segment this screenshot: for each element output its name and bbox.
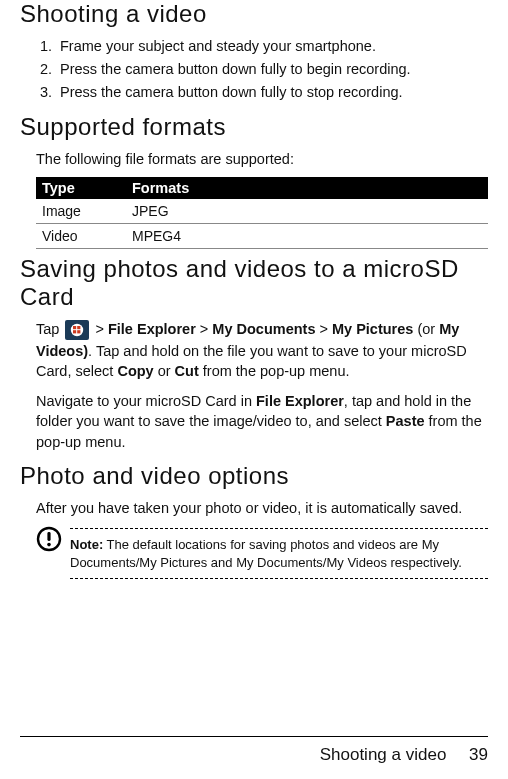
- note-label: Note:: [70, 537, 103, 552]
- formats-intro: The following file formats are supported…: [36, 149, 488, 169]
- table-header-row: Type Formats: [36, 177, 488, 199]
- text-fragment: (or: [413, 321, 439, 337]
- step-item: Press the camera button down fully to st…: [56, 82, 488, 103]
- heading-supported-formats: Supported formats: [20, 113, 488, 141]
- svg-rect-6: [47, 532, 50, 541]
- table-header-cell: Type: [36, 177, 126, 199]
- page-footer: Shooting a video 39: [20, 736, 488, 765]
- windows-start-icon: [65, 320, 89, 340]
- svg-point-7: [47, 543, 51, 547]
- action-paste: Paste: [386, 413, 425, 429]
- svg-rect-2: [78, 326, 81, 329]
- step-item: Frame your subject and steady your smart…: [56, 36, 488, 57]
- table-header-cell: Formats: [126, 177, 488, 199]
- svg-rect-1: [73, 326, 76, 329]
- table-row: Image JPEG: [36, 199, 488, 224]
- step-item: Press the camera button down fully to be…: [56, 59, 488, 80]
- text-fragment: Navigate to your microSD Card in: [36, 393, 256, 409]
- table-row: Video MPEG4: [36, 224, 488, 249]
- heading-shooting-video: Shooting a video: [20, 0, 488, 28]
- note-text: The default locations for saving photos …: [70, 537, 462, 570]
- heading-photo-video-options: Photo and video options: [20, 462, 488, 490]
- text-fragment: >: [91, 321, 108, 337]
- text-fragment: >: [196, 321, 213, 337]
- formats-table: Type Formats Image JPEG Video MPEG4: [36, 177, 488, 249]
- action-cut: Cut: [175, 363, 199, 379]
- svg-rect-3: [73, 330, 76, 333]
- path-file-explorer: File Explorer: [108, 321, 196, 337]
- text-fragment: from the pop-up menu.: [199, 363, 350, 379]
- svg-point-0: [71, 323, 83, 335]
- footer-title: Shooting a video: [320, 745, 447, 764]
- saving-paragraph-2: Navigate to your microSD Card in File Ex…: [36, 391, 488, 452]
- table-cell: Image: [36, 199, 126, 224]
- path-file-explorer: File Explorer: [256, 393, 344, 409]
- note-alert-icon: [36, 526, 62, 552]
- table-cell: MPEG4: [126, 224, 488, 249]
- page-number: 39: [469, 745, 488, 764]
- note-box: Note: The default locations for saving p…: [36, 528, 488, 579]
- action-copy: Copy: [117, 363, 153, 379]
- text-fragment: Tap: [36, 321, 63, 337]
- table-cell: JPEG: [126, 199, 488, 224]
- path-my-documents: My Documents: [212, 321, 315, 337]
- svg-rect-4: [78, 330, 81, 333]
- options-paragraph: After you have taken your photo or video…: [36, 498, 488, 518]
- table-cell: Video: [36, 224, 126, 249]
- path-my-pictures: My Pictures: [332, 321, 413, 337]
- text-fragment: >: [315, 321, 332, 337]
- heading-saving-microsd: Saving photos and videos to a microSD Ca…: [20, 255, 488, 311]
- steps-list: Frame your subject and steady your smart…: [56, 36, 488, 103]
- text-fragment: or: [154, 363, 175, 379]
- saving-paragraph-1: Tap > File Explorer > My Documents > My …: [36, 319, 488, 381]
